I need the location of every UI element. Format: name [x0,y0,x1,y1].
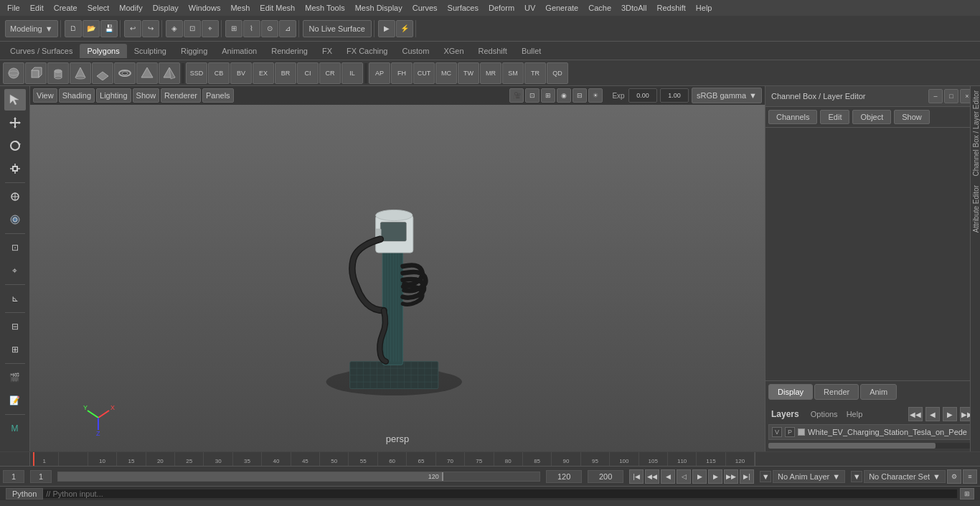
menu-modify[interactable]: Modify [115,2,146,14]
shelf-prism-btn[interactable] [136,62,158,84]
vp-texture-btn[interactable]: ⊟ [573,88,587,103]
lasso-btn[interactable]: ⊡ [184,20,201,37]
range-start-field[interactable]: 1 [30,470,52,483]
vp-menu-panels[interactable]: Panels [202,88,234,103]
scale-tool-btn[interactable] [4,158,26,179]
menu-edit[interactable]: Edit [26,2,48,14]
shelf-plane-btn[interactable] [92,62,113,84]
grid-toggle-btn[interactable]: ⊞ [4,339,26,360]
vp-fit-btn[interactable]: ⊡ [525,88,540,103]
dt-tab-display[interactable]: Display [768,384,813,400]
shelf-subdiv-btn[interactable]: SSD [186,62,207,84]
menu-mesh-tools[interactable]: Mesh Tools [301,2,349,14]
universal-manip-btn[interactable] [4,186,26,207]
pb-step-fwd-btn[interactable]: ▶▶ [724,469,738,484]
snap-curve-btn[interactable]: ⌇ [243,20,260,37]
tab-polygons[interactable]: Polygons [80,44,126,58]
snap-point-btn[interactable]: ⊙ [261,20,278,37]
pb-skip-start-btn[interactable]: |◀ [629,469,644,484]
attribute-editor-side-label[interactable]: Attribute Editor [971,181,980,237]
soft-select-btn[interactable] [4,209,26,230]
render-view-btn[interactable]: 🎬 [4,367,26,388]
shelf-bevel-btn[interactable]: BV [230,62,252,84]
vp-menu-renderer[interactable]: Renderer [161,88,201,103]
vp-menu-shading[interactable]: Shading [59,88,95,103]
pb-play-fwd-btn[interactable]: ▶ [692,469,707,484]
layers-scrollbar[interactable] [768,443,977,449]
vp-gamma-value[interactable]: 1.00 [660,88,689,103]
maya-logo-btn[interactable]: M [4,418,26,439]
tab-custom[interactable]: Custom [395,44,437,58]
menu-mesh[interactable]: Mesh [226,2,254,14]
char-set-dropdown[interactable]: No Character Set ▼ [864,470,946,483]
menu-edit-mesh[interactable]: Edit Mesh [255,2,299,14]
show-manipulator-btn[interactable]: ⊾ [4,288,26,309]
max-end-field[interactable]: 200 [588,470,623,483]
layers-back-btn[interactable]: ◀◀ [908,407,923,421]
lasso-select-btn[interactable]: ⊡ [4,237,26,258]
ch-tab-show[interactable]: Show [894,110,930,124]
vp-light-btn[interactable]: ☀ [588,88,603,103]
shelf-fill-btn[interactable]: FH [391,62,413,84]
shelf-crease-btn[interactable]: CR [319,62,341,84]
panel-minimize-btn[interactable]: – [928,89,943,103]
shelf-quad-btn[interactable]: QD [547,62,568,84]
vp-menu-lighting[interactable]: Lighting [96,88,131,103]
menu-surfaces[interactable]: Surfaces [443,2,483,14]
tab-rigging[interactable]: Rigging [174,44,215,58]
menu-help[interactable]: Help [692,2,717,14]
ch-tab-channels[interactable]: Channels [768,110,817,124]
python-extra-btn[interactable]: ⊞ [960,488,974,500]
shelf-triangulate-btn[interactable]: TR [524,62,546,84]
menu-select[interactable]: Select [83,2,114,14]
shelf-torus-btn[interactable] [114,62,136,84]
script-editor-btn[interactable]: 📝 [4,390,26,411]
layer-visibility-btn[interactable]: V [772,427,782,437]
select-mode-btn[interactable]: ◈ [166,20,183,37]
help-label[interactable]: Help [847,410,863,418]
tab-xgen[interactable]: XGen [436,44,471,58]
menu-file[interactable]: File [3,2,24,14]
char-set-settings-btn[interactable]: ⚙ [947,469,961,484]
vp-menu-view[interactable]: View [33,88,57,103]
snap-grid-btn[interactable]: ⊞ [225,20,242,37]
shelf-circularize-btn[interactable]: CI [297,62,319,84]
viewport[interactable]: View Shading Lighting Show Renderer Pane… [30,86,765,451]
menu-create[interactable]: Create [50,2,82,14]
python-tab[interactable]: Python [6,488,43,500]
snap-settings-btn[interactable]: ⊟ [4,316,26,337]
layers-scrollbar-thumb[interactable] [768,443,936,449]
shelf-cut-btn[interactable]: CUT [413,62,435,84]
layers-prev-btn[interactable]: ◀ [925,407,940,421]
shelf-loop-btn[interactable]: IL [341,62,363,84]
char-set-extra-btn[interactable]: ≡ [963,469,977,484]
tab-rendering[interactable]: Rendering [264,44,315,58]
pb-prev-frame-btn[interactable]: ◀ [661,469,675,484]
anim-layer-dropdown[interactable]: No Anim Layer ▼ [773,470,845,483]
rotate-tool-btn[interactable] [4,135,26,156]
tab-fx[interactable]: FX [315,44,339,58]
layers-next-btn[interactable]: ▶ [943,407,957,421]
menu-display[interactable]: Display [149,2,183,14]
menu-deform[interactable]: Deform [484,2,519,14]
shelf-mirror-btn[interactable]: MR [480,62,501,84]
menu-3dtall[interactable]: 3DtoAll [617,2,651,14]
pb-play-back-btn[interactable]: ◁ [677,469,691,484]
shelf-append-btn[interactable]: AP [369,62,390,84]
menu-generate[interactable]: Generate [541,2,583,14]
shelf-cube-btn[interactable] [25,62,47,84]
tab-fx-caching[interactable]: FX Caching [339,44,395,58]
pb-step-back-btn[interactable]: ◀◀ [645,469,659,484]
shelf-cone-btn[interactable] [70,62,91,84]
tab-curves-surfaces[interactable]: Curves / Surfaces [3,44,80,58]
redo-btn[interactable]: ↪ [142,20,159,37]
shelf-extrude-btn[interactable]: EX [253,62,274,84]
vp-menu-show[interactable]: Show [133,88,160,103]
shelf-pyramid-btn[interactable] [159,62,180,84]
panel-expand-btn[interactable]: □ [944,89,958,103]
menu-curves[interactable]: Curves [408,2,442,14]
layer-item[interactable]: V P White_EV_Charging_Station_Tesla_on_P… [768,424,977,440]
range-end-field[interactable]: 120 [546,470,582,483]
open-file-btn[interactable]: 📂 [83,20,100,37]
shelf-target-weld-btn[interactable]: TW [458,62,479,84]
